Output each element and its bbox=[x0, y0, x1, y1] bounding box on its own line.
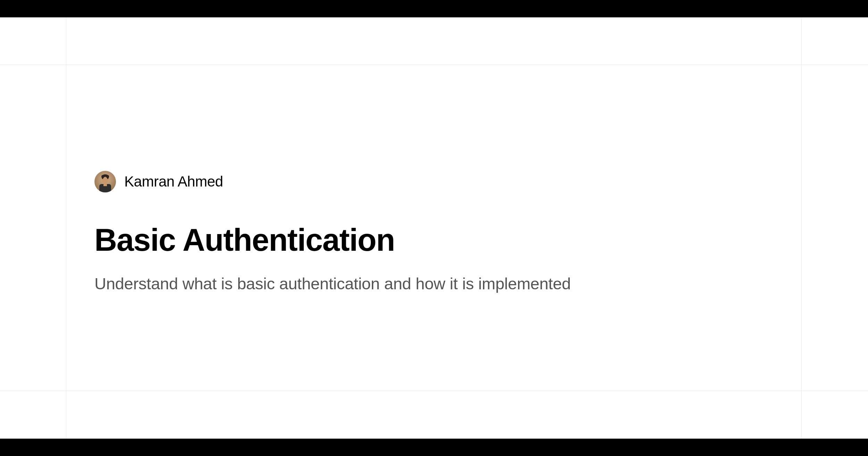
vertical-guide-left bbox=[66, 17, 66, 439]
author-byline: Kamran Ahmed bbox=[94, 171, 571, 192]
author-avatar bbox=[94, 171, 116, 192]
page-subtitle: Understand what is basic authentication … bbox=[94, 274, 571, 293]
bottom-border-bar bbox=[0, 439, 868, 456]
author-name: Kamran Ahmed bbox=[124, 173, 223, 190]
horizontal-guide-top bbox=[0, 65, 868, 65]
horizontal-guide-bottom bbox=[0, 391, 868, 391]
vertical-guide-right bbox=[801, 17, 802, 439]
page-title: Basic Authentication bbox=[94, 223, 571, 257]
content-block: Kamran Ahmed Basic Authentication Unders… bbox=[94, 171, 571, 293]
avatar-icon bbox=[94, 171, 116, 192]
top-border-bar bbox=[0, 0, 868, 17]
svg-rect-3 bbox=[103, 183, 107, 186]
